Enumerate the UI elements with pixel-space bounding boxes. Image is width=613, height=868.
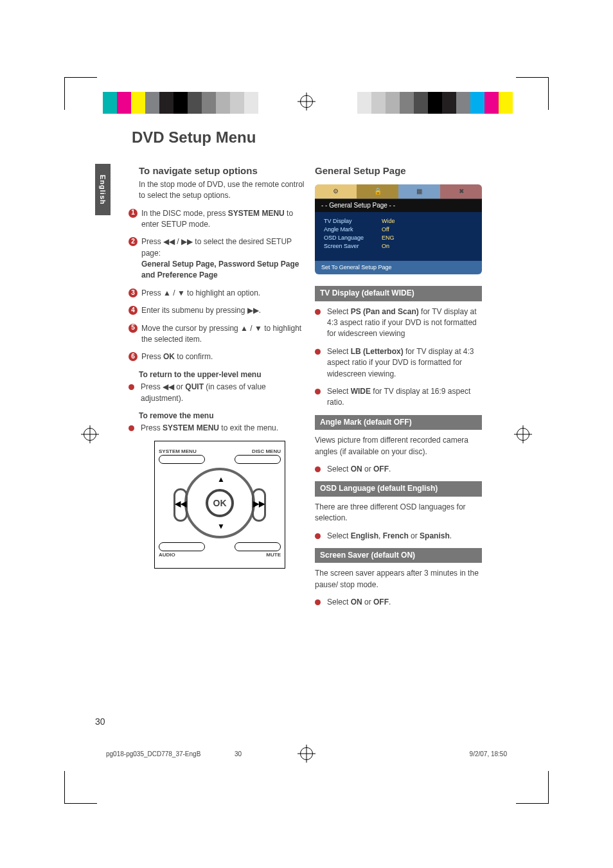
osd-row: OSD LanguageENG bbox=[324, 234, 473, 242]
step-number-icon: 1 bbox=[129, 209, 138, 218]
screen-saver-desc: The screen saver appears after 3 minutes… bbox=[315, 568, 482, 590]
remote-btn-mute-label: MUTE bbox=[235, 551, 281, 559]
remote-btn-disc-menu-label: DISC MENU bbox=[235, 448, 281, 456]
osd-tab-icon: ✖ bbox=[440, 184, 482, 199]
tv-lb-bullet: Select LB (Letterbox) for TV display at … bbox=[315, 346, 482, 380]
step-number-icon: 6 bbox=[129, 352, 138, 361]
bullet-icon bbox=[315, 533, 321, 539]
remove-heading: To remove the menu bbox=[139, 411, 305, 421]
step-number-icon: 5 bbox=[129, 324, 138, 333]
remote-btn-system-menu-label: SYSTEM MENU bbox=[159, 448, 205, 456]
remote-btn-mute bbox=[235, 542, 281, 551]
footer-file: pg018-pg035_DCD778_37-EngB bbox=[106, 750, 200, 757]
right-column: General Setup Page ⚙ 🔒 ▦ ✖ - - General S… bbox=[315, 164, 482, 615]
step-number-icon: 2 bbox=[129, 237, 138, 246]
color-bar-right bbox=[343, 92, 513, 114]
angle-bar: Angle Mark (default OFF) bbox=[315, 415, 482, 430]
crop-mark-bottom-left bbox=[64, 771, 97, 804]
return-bullet: Press ◀◀ or QUIT (in cases of value adju… bbox=[129, 382, 305, 404]
arrow-down-icon: ▼ bbox=[217, 521, 225, 532]
bullet-icon bbox=[315, 309, 321, 315]
osd-lang-bar: OSD Language (default English) bbox=[315, 481, 482, 496]
step-number-icon: 3 bbox=[129, 288, 138, 297]
angle-desc: Views picture from different recorded ca… bbox=[315, 435, 482, 457]
osd-title: - - General Setup Page - - bbox=[315, 199, 482, 213]
osd-tab-icon: 🔒 bbox=[357, 184, 398, 199]
remote-btn-system-menu bbox=[159, 455, 205, 464]
tv-wide-bullet: Select WIDE for TV display at 16:9 aspec… bbox=[315, 386, 482, 409]
step-3: 3 Press ▲ / ▼ to highlight an option. bbox=[129, 288, 305, 299]
remote-btn-disc-menu bbox=[235, 455, 281, 464]
osd-footer: Set To General Setup Page bbox=[315, 261, 482, 274]
tv-display-bar: TV Display (default WIDE) bbox=[315, 286, 482, 301]
angle-select-bullet: Select ON or OFF. bbox=[315, 464, 482, 475]
step-number-icon: 4 bbox=[129, 306, 138, 315]
osd-screenshot: ⚙ 🔒 ▦ ✖ - - General Setup Page - - TV Di… bbox=[315, 184, 482, 275]
left-column: To navigate setup options In the stop mo… bbox=[129, 164, 305, 569]
registration-mark-top bbox=[300, 95, 313, 108]
bullet-icon bbox=[315, 599, 321, 605]
osd-row: TV DisplayWide bbox=[324, 217, 473, 226]
footer-page: 30 bbox=[235, 750, 242, 757]
arrow-rewind-icon: ◀◀ bbox=[175, 499, 186, 509]
step-2: 2 Press ◀◀ / ▶▶ to select the desired SE… bbox=[129, 236, 305, 281]
registration-mark-right bbox=[517, 428, 529, 441]
return-heading: To return to the upper-level menu bbox=[139, 369, 305, 380]
registration-mark-left bbox=[84, 428, 96, 441]
osd-tab-icon: ▦ bbox=[398, 184, 440, 199]
footer-date: 9/2/07, 18:50 bbox=[470, 750, 507, 757]
crop-mark-top-right bbox=[516, 77, 549, 110]
remote-btn-audio bbox=[159, 542, 205, 551]
tv-ps-bullet: Select PS (Pan and Scan) for TV display … bbox=[315, 306, 482, 340]
remote-btn-audio-label: AUDIO bbox=[159, 551, 205, 559]
general-setup-heading: General Setup Page bbox=[315, 164, 482, 178]
osd-lang-desc: There are three different OSD languages … bbox=[315, 502, 482, 524]
osd-body: TV DisplayWideAngle MarkOffOSD LanguageE… bbox=[315, 212, 482, 261]
crop-mark-bottom-right bbox=[516, 771, 549, 804]
bullet-icon bbox=[129, 384, 134, 390]
arrow-up-icon: ▲ bbox=[217, 474, 225, 485]
page-title: DVD Setup Menu bbox=[132, 128, 256, 146]
osd-tab-icon: ⚙ bbox=[315, 184, 357, 199]
bullet-icon bbox=[315, 349, 321, 355]
step-1: 1 In the DISC mode, press SYSTEM MENU to… bbox=[129, 208, 305, 231]
language-tab: English bbox=[95, 164, 111, 215]
screen-saver-bar: Screen Saver (default ON) bbox=[315, 548, 482, 563]
crop-mark-top-left bbox=[64, 77, 97, 110]
remove-bullet: Press SYSTEM MENU to exit the menu. bbox=[129, 423, 305, 434]
bullet-icon bbox=[315, 466, 321, 472]
footer-line: pg018-pg035_DCD778_37-EngB 30 9/2/07, 18… bbox=[106, 750, 507, 757]
nav-heading: To navigate setup options bbox=[139, 164, 305, 178]
osd-lang-select-bullet: Select English, French or Spanish. bbox=[315, 531, 482, 542]
arrow-forward-icon: ▶▶ bbox=[253, 499, 265, 509]
page-number: 30 bbox=[95, 716, 105, 727]
osd-row: Screen SaverOn bbox=[324, 242, 473, 251]
osd-row: Angle MarkOff bbox=[324, 226, 473, 234]
step-4: 4 Enter its submenu by pressing ▶▶. bbox=[129, 305, 305, 316]
color-bar-left bbox=[103, 92, 272, 114]
bullet-icon bbox=[315, 389, 321, 394]
remote-diagram: SYSTEM MENU DISC MENU OK ▲ ▼ ◀◀ ▶▶ AUDIO bbox=[154, 441, 285, 569]
step-6: 6 Press OK to confirm. bbox=[129, 351, 305, 362]
screen-saver-select-bullet: Select ON or OFF. bbox=[315, 597, 482, 608]
bullet-icon bbox=[129, 425, 134, 431]
nav-intro: In the stop mode of DVD, use the remote … bbox=[139, 179, 305, 202]
step-5: 5 Move the cursor by pressing ▲ / ▼ to h… bbox=[129, 323, 305, 346]
